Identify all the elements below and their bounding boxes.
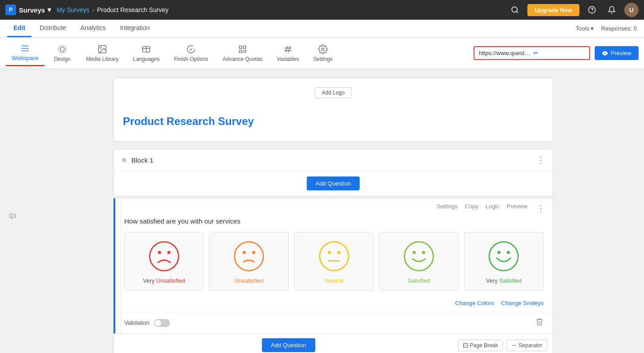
svg-point-31 <box>497 251 500 254</box>
question-more-icon[interactable]: ⋮ <box>536 203 545 214</box>
add-logo-button[interactable]: Add Logo <box>315 87 351 98</box>
tab-integration[interactable]: Integration <box>114 20 156 37</box>
svg-line-1 <box>517 11 518 13</box>
toolbar-advance-quotas-label: Advance Quotas <box>223 56 263 62</box>
add-question-button-bottom[interactable]: Add Question <box>262 338 315 352</box>
svg-point-25 <box>337 251 340 254</box>
validation-label: Validation <box>124 319 149 326</box>
avatar[interactable]: U <box>624 3 639 17</box>
breadcrumb: My Surveys › Product Research Survey <box>57 6 168 13</box>
survey-url-box[interactable]: https://www.questionpro.com/t/AEmOx ✏ <box>474 46 590 60</box>
question-label: Q1 <box>9 212 17 219</box>
second-nav-right: Tools ▾ Responses: 0 <box>576 25 637 32</box>
smiley-unsatisfied[interactable]: Unsatisfied <box>209 232 288 291</box>
question-preview-link[interactable]: Preview <box>507 203 527 214</box>
toolbar-media-library[interactable]: Media Library <box>80 41 125 66</box>
question-label-column: Q1 <box>9 78 31 353</box>
toolbar-variables[interactable]: Variables <box>270 41 305 66</box>
svg-point-28 <box>413 251 416 254</box>
question-actions: Settings Copy Logic Preview ⋮ <box>115 198 553 214</box>
svg-point-16 <box>604 52 606 54</box>
url-edit-icon[interactable]: ✏ <box>533 50 585 56</box>
toolbar-finish-options-label: Finish Options <box>174 56 209 62</box>
svg-point-23 <box>319 242 348 271</box>
tab-edit[interactable]: Edit <box>7 20 31 37</box>
smiley-label-unsatisfied: Unsatisfied <box>235 277 263 284</box>
tab-analytics[interactable]: Analytics <box>74 20 112 37</box>
toolbar-advance-quotas[interactable]: Advance Quotas <box>217 41 269 66</box>
svg-point-21 <box>243 251 246 254</box>
bottom-add-row: Add Question Page Break Separator <box>113 334 553 353</box>
svg-point-10 <box>100 47 102 48</box>
svg-point-15 <box>322 48 324 51</box>
svg-point-0 <box>512 7 517 12</box>
breadcrumb-current: Product Research Survey <box>97 6 169 13</box>
svg-point-32 <box>507 251 510 254</box>
question-text: How satisfied are you with our services <box>115 214 553 232</box>
svg-point-24 <box>328 251 331 254</box>
survey-url-text: https://www.questionpro.com/t/AEmOx <box>479 50 531 56</box>
svg-point-7 <box>60 47 64 51</box>
page-break-button[interactable]: Page Break <box>458 340 503 351</box>
app-name: Surveys <box>19 6 45 14</box>
question-logic-link[interactable]: Logic <box>486 203 500 214</box>
dropdown-arrow[interactable]: ▾ <box>48 6 51 14</box>
tools-label: Tools ▾ <box>576 25 594 32</box>
question-copy-link[interactable]: Copy <box>465 203 478 214</box>
smiley-very-unsatisfied[interactable]: Very Unsatisfied <box>124 232 204 291</box>
breadcrumb-separator: › <box>92 6 95 13</box>
upgrade-button[interactable]: Upgrade Now <box>527 4 579 16</box>
separator-button[interactable]: Separator <box>506 340 547 351</box>
top-nav-right: Upgrade Now U <box>508 3 639 17</box>
block-header: ✕ Block 1 ⋮ <box>114 149 553 171</box>
survey-title: Product Research Survey <box>123 111 544 132</box>
svg-point-19 <box>167 251 170 254</box>
toolbar-languages[interactable]: Languages <box>127 41 166 66</box>
block-menu-icon[interactable]: ⋮ <box>536 155 545 165</box>
question-card: Settings Copy Logic Preview ⋮ How satisf… <box>113 198 553 334</box>
survey-area: Add Logo Product Research Survey ✕ Block… <box>113 78 553 353</box>
toolbar-design-label: Design <box>54 56 70 62</box>
smiley-label-very-satisfied: Very Satisfied <box>486 277 522 284</box>
breadcrumb-parent[interactable]: My Surveys <box>57 6 89 13</box>
change-smileys-link[interactable]: Change Smileys <box>501 300 544 306</box>
responses-count: Responses: 0 <box>601 25 637 32</box>
toolbar-finish-options[interactable]: Finish Options <box>168 41 215 66</box>
page-break-label: Page Break <box>470 342 498 349</box>
toolbar: Workspace Design Media Library Languages… <box>0 38 644 69</box>
smiley-satisfied[interactable]: Satisfied <box>379 232 458 291</box>
block-close-icon[interactable]: ✕ <box>121 156 127 164</box>
help-icon[interactable] <box>585 3 599 17</box>
toolbar-right: https://www.questionpro.com/t/AEmOx ✏ Pr… <box>474 46 639 60</box>
question-settings-link[interactable]: Settings <box>436 203 457 214</box>
toolbar-design[interactable]: Design <box>47 41 78 66</box>
validation-toggle[interactable] <box>154 319 170 327</box>
tab-distribute[interactable]: Distribute <box>33 20 72 37</box>
toolbar-workspace-label: Workspace <box>12 55 39 61</box>
separator-label: Separator <box>518 342 542 349</box>
toolbar-settings-label: Settings <box>313 56 332 62</box>
toolbar-settings[interactable]: Settings <box>307 41 339 66</box>
svg-point-14 <box>244 50 246 52</box>
change-colors-link[interactable]: Change Colors <box>455 300 494 306</box>
svg-point-8 <box>59 45 66 53</box>
smiley-neutral[interactable]: Neutral <box>294 232 374 291</box>
add-question-row-top: Add Question <box>114 171 553 196</box>
svg-point-22 <box>252 251 255 254</box>
add-question-button-top[interactable]: Add Question <box>307 176 360 190</box>
second-navigation: Edit Distribute Analytics Integration To… <box>0 20 644 38</box>
tools-dropdown[interactable]: Tools ▾ <box>576 25 594 32</box>
bottom-right-buttons: Page Break Separator <box>458 340 547 351</box>
block-card: ✕ Block 1 ⋮ Add Question <box>113 149 553 196</box>
survey-title-card: Add Logo Product Research Survey <box>113 78 553 142</box>
app-logo[interactable]: P Surveys ▾ <box>5 4 51 15</box>
smiley-very-satisfied[interactable]: Very Satisfied <box>464 232 544 291</box>
svg-point-27 <box>405 242 433 271</box>
delete-question-icon[interactable] <box>535 318 544 328</box>
search-icon[interactable] <box>508 3 522 17</box>
change-links: Change Colors Change Smileys <box>115 300 553 312</box>
svg-point-18 <box>158 251 161 254</box>
notification-icon[interactable] <box>605 3 619 17</box>
preview-button[interactable]: Preview <box>595 46 639 60</box>
toolbar-workspace[interactable]: Workspace <box>5 40 45 66</box>
